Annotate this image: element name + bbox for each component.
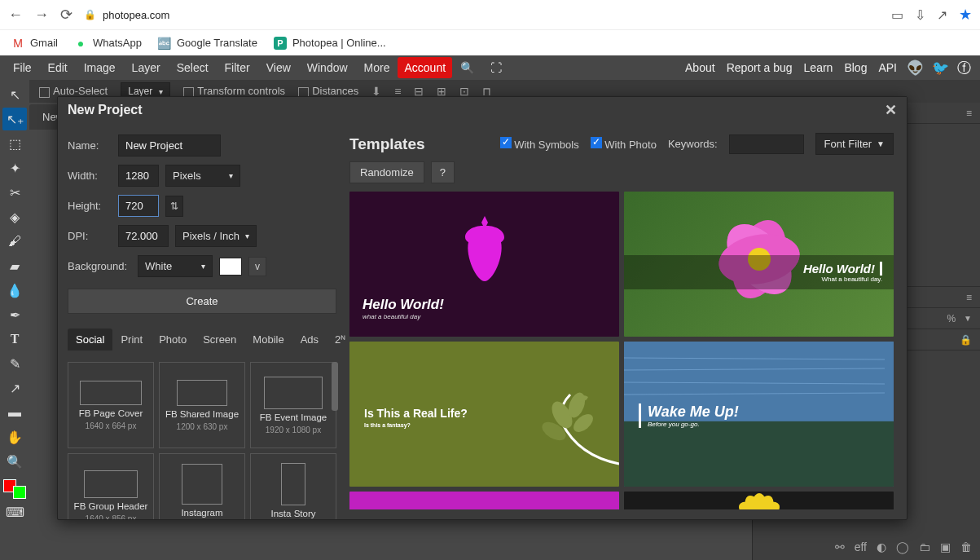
link-about[interactable]: About xyxy=(679,56,721,79)
effects-icon[interactable]: eff xyxy=(855,540,867,553)
template-item[interactable] xyxy=(349,492,619,509)
hand-tool[interactable]: ✋ xyxy=(2,426,27,448)
marquee-tool[interactable]: ⬚ xyxy=(2,132,27,155)
pen-tool[interactable]: ✒ xyxy=(2,303,27,326)
bookmark-translate[interactable]: 🔤Google Translate xyxy=(158,37,257,50)
template-item[interactable]: Is This a Real Life?Is this a fantasy? xyxy=(349,342,619,487)
link-layer-icon[interactable]: ⚯ xyxy=(835,540,845,553)
color-swatches[interactable] xyxy=(3,479,26,499)
tab-screen[interactable]: Screen xyxy=(195,329,244,351)
menu-more[interactable]: More xyxy=(356,56,398,79)
tab-photo[interactable]: Photo xyxy=(151,329,195,351)
font-filter-button[interactable]: Font Filter▼ xyxy=(815,133,894,155)
fullscreen-icon[interactable]: ⛶ xyxy=(482,56,510,79)
share-icon[interactable]: ↗ xyxy=(937,7,947,23)
menu-account[interactable]: Account xyxy=(398,57,452,78)
twitter-icon[interactable]: 🐦 xyxy=(928,60,953,77)
with-symbols-check[interactable]: With Symbols xyxy=(500,137,579,151)
eyedropper-tool[interactable]: ◈ xyxy=(2,205,27,228)
address-bar[interactable]: 🔒 photopea.com xyxy=(84,9,169,21)
facebook-icon[interactable]: ⓕ xyxy=(953,59,975,77)
menu-filter[interactable]: Filter xyxy=(217,56,258,79)
install-icon[interactable]: ⇩ xyxy=(915,7,925,23)
preset-item[interactable]: FB Event Image 1920 x 1080 px xyxy=(250,362,336,448)
swap-dimensions-button[interactable]: ⇅ xyxy=(165,196,183,217)
close-icon[interactable]: ✕ xyxy=(885,101,897,119)
preset-item[interactable]: FB Shared Image 1200 x 630 px xyxy=(159,362,245,448)
v-button[interactable]: v xyxy=(248,257,266,276)
menu-file[interactable]: File xyxy=(5,56,40,79)
clipboard-icon[interactable]: ▭ xyxy=(891,7,903,23)
preset-item[interactable]: FB Page Cover 1640 x 664 px xyxy=(68,362,154,448)
template-item[interactable]: Hello World!What a beautiful day. xyxy=(624,192,894,337)
preset-item[interactable]: Instagram 1080 x 1080 px xyxy=(159,453,245,519)
dpi-units-select[interactable]: Pixels / Inch▾ xyxy=(175,225,257,247)
preset-item[interactable]: Insta Story 1080 x 1920 px xyxy=(250,453,336,519)
height-input[interactable] xyxy=(118,195,159,217)
preset-scrollbar[interactable] xyxy=(332,362,338,411)
reddit-icon[interactable]: 👽 xyxy=(903,60,928,77)
type-tool[interactable]: T xyxy=(2,328,27,351)
shape-tool[interactable]: ▬ xyxy=(2,401,27,424)
menu-image[interactable]: Image xyxy=(76,56,124,79)
search-icon[interactable]: 🔍 xyxy=(452,56,482,79)
eraser-tool[interactable]: ▰ xyxy=(2,254,27,277)
keywords-input[interactable] xyxy=(729,134,804,154)
bookmark-star-icon[interactable]: ★ xyxy=(959,6,972,24)
name-input[interactable] xyxy=(118,134,221,157)
blur-tool[interactable]: 💧 xyxy=(2,279,27,302)
bookmark-whatsapp[interactable]: ●WhatsApp xyxy=(74,37,142,50)
brush-tool[interactable]: 🖌 xyxy=(2,230,27,253)
tab-ads[interactable]: Ads xyxy=(292,329,327,351)
keyboard-icon[interactable]: ⌨ xyxy=(2,500,27,523)
bookmarks-bar: MGmail ●WhatsApp 🔤Google Translate PPhot… xyxy=(0,29,980,55)
mask-icon[interactable]: ◐ xyxy=(877,540,886,553)
tab-mobile[interactable]: Mobile xyxy=(244,329,292,351)
dpi-input[interactable] xyxy=(118,225,169,247)
menu-window[interactable]: Window xyxy=(299,56,356,79)
bg-color-swatch[interactable] xyxy=(219,258,242,276)
reload-button[interactable]: ⟳ xyxy=(60,6,73,24)
adjustment-icon[interactable]: ◯ xyxy=(896,540,909,553)
folder-icon[interactable]: 🗀 xyxy=(919,540,930,553)
move-tool[interactable]: ↖ xyxy=(2,83,27,106)
link-blog[interactable]: Blog xyxy=(838,56,872,79)
preset-dim: 1640 x 856 px xyxy=(86,514,137,520)
tab-social[interactable]: Social xyxy=(68,329,112,351)
width-input[interactable] xyxy=(118,165,159,187)
link-learn[interactable]: Learn xyxy=(798,56,839,79)
template-item[interactable]: Hello World!what a beautiful day xyxy=(349,192,619,337)
zoom-tool[interactable]: 🔍 xyxy=(2,450,27,473)
link-api[interactable]: API xyxy=(872,56,903,79)
trash-icon[interactable]: 🗑 xyxy=(960,540,972,553)
template-item[interactable]: Wake Me Up!Before you go-go. xyxy=(624,342,894,487)
artboard-tool[interactable]: ↖₊ xyxy=(2,108,27,130)
back-button[interactable]: ← xyxy=(8,7,23,24)
tab-print[interactable]: Print xyxy=(112,329,151,351)
menu-layer[interactable]: Layer xyxy=(124,56,169,79)
bookmark-photopea[interactable]: PPhotopea | Online... xyxy=(274,37,386,50)
lock-icon[interactable]: 🔒 xyxy=(960,334,972,346)
new-layer-icon[interactable]: ▣ xyxy=(940,540,951,553)
wand-tool[interactable]: ✦ xyxy=(2,157,27,179)
panel-menu-icon[interactable]: ≡ xyxy=(966,108,972,119)
crop-tool[interactable]: ✂ xyxy=(2,181,27,204)
menu-edit[interactable]: Edit xyxy=(40,56,76,79)
healing-tool[interactable]: ✎ xyxy=(2,352,27,375)
panel-menu-icon-2[interactable]: ≡ xyxy=(966,292,972,303)
menu-select[interactable]: Select xyxy=(169,56,217,79)
bg-select[interactable]: White▾ xyxy=(138,255,213,277)
forward-button[interactable]: → xyxy=(34,7,49,24)
chevron-down-icon[interactable]: ▼ xyxy=(964,314,972,323)
link-report-bug[interactable]: Report a bug xyxy=(721,56,798,79)
menu-view[interactable]: View xyxy=(258,56,299,79)
create-button[interactable]: Create xyxy=(68,289,336,314)
path-tool[interactable]: ↗ xyxy=(2,377,27,399)
randomize-button[interactable]: Randomize xyxy=(349,161,424,183)
help-button[interactable]: ? xyxy=(431,161,455,183)
template-item[interactable] xyxy=(624,492,894,509)
bookmark-gmail[interactable]: MGmail xyxy=(11,37,58,50)
with-photo-check[interactable]: With Photo xyxy=(591,137,657,151)
preset-item[interactable]: FB Group Header 1640 x 856 px xyxy=(68,453,154,519)
width-units-select[interactable]: Pixels▾ xyxy=(165,165,240,187)
